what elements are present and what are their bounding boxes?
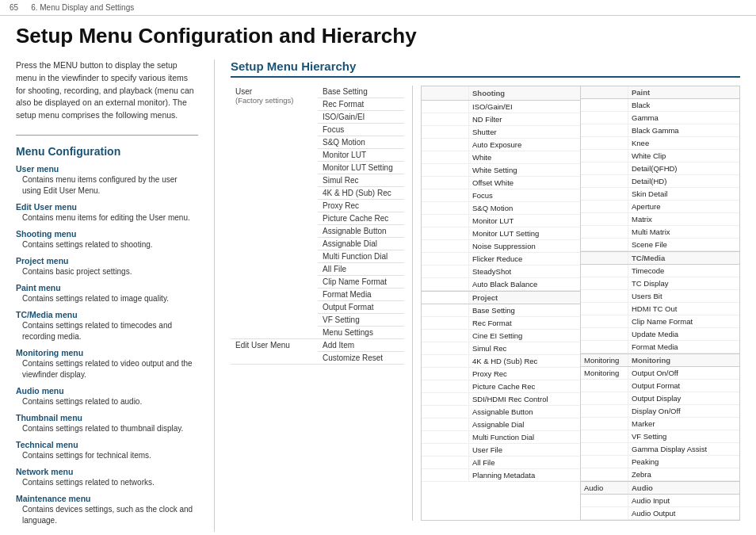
list-item: White (422, 151, 580, 164)
hierarchy-row-item: VF Setting (318, 314, 404, 327)
menu-items-list: User menuContains menu items configured … (16, 164, 198, 526)
hierarchy-row-item: All File (318, 263, 404, 276)
list-item: All File (422, 457, 580, 469)
list-item: Monitoring Output On/Off (581, 367, 739, 380)
hierarchy-row-item: Picture Cache Rec (318, 212, 404, 225)
list-item: Monitor LUT Setting (422, 227, 580, 240)
page-header: 65 6. Menu Display and Settings (0, 0, 756, 16)
list-item: Detail(HD) (581, 175, 739, 188)
list-item: Auto Exposure (422, 139, 580, 151)
list-item: 4K & HD (Sub) Rec (422, 355, 580, 368)
list-item: ISO/Gain/EI (422, 101, 580, 113)
menu-item-title: TC/Media menu (16, 310, 198, 319)
hierarchy-row-item: Proxy Rec (318, 200, 404, 212)
hierarchy-row-item: S&Q Motion (318, 136, 404, 149)
list-item: Users Bit (581, 290, 739, 303)
menu-item-title: Network menu (16, 467, 198, 476)
list-item: Timecode (581, 265, 739, 277)
menu-item-title: User menu (16, 164, 198, 174)
hierarchy-row-item: Clip Name Format (318, 276, 404, 289)
list-item: Peaking (581, 456, 739, 468)
list-item: ND Filter (422, 113, 580, 126)
list-item: Gamma Display Assist (581, 443, 739, 456)
list-item: Marker (581, 418, 739, 430)
list-item: SteadyShot (422, 266, 580, 278)
list-item: Picture Cache Rec (422, 380, 580, 393)
menu-item-desc: Contains basic project settings. (16, 266, 198, 277)
intro-text: Press the MENU button to display the set… (16, 59, 198, 122)
menu-item-title: Edit User menu (16, 202, 198, 212)
list-item: Flicker Reduce (422, 253, 580, 266)
list-item: Cine EI Setting (422, 330, 580, 342)
list-item: S&Q Motion (422, 202, 580, 215)
list-item: Monitor LUT (422, 215, 580, 227)
list-item: Format Media (581, 341, 739, 353)
list-item: Edit User MenuAdd Item (231, 339, 404, 352)
list-item: Proxy Rec (422, 368, 580, 380)
audio-header: Audio (628, 482, 739, 494)
menu-item-desc: Contains settings related to timecodes a… (16, 320, 198, 342)
menu-item-title: Audio menu (16, 386, 198, 396)
list-item: Knee (581, 137, 739, 150)
hierarchy-user-label: User (235, 87, 313, 96)
list-item: Multi Matrix (581, 226, 739, 239)
menu-item-desc: Contains menu items configured by the us… (16, 174, 198, 197)
list-item: White Clip (581, 150, 739, 162)
list-item: Zebra (581, 468, 739, 481)
hierarchy-row-item: Rec Format (318, 98, 404, 111)
hierarchy-row-item: Assignable Dial (318, 238, 404, 250)
list-item: Black Gamma (581, 124, 739, 137)
menu-item-desc: Contains settings related to audio. (16, 396, 198, 407)
hierarchy-row-item: Assignable Button (318, 225, 404, 238)
menu-item-desc: Contains settings related to shooting. (16, 239, 198, 250)
list-item: Black (581, 99, 739, 112)
list-item: Matrix (581, 213, 739, 226)
hierarchy-row-item: Multi Function Dial (318, 250, 404, 263)
hierarchy-row-item: Monitor LUT (318, 149, 404, 162)
list-item: Auto Black Balance (422, 278, 580, 291)
list-item: Noise Suppression (422, 240, 580, 253)
list-item: Display On/Off (581, 405, 739, 418)
list-item: Aperture (581, 201, 739, 213)
hierarchy-title: Setup Menu Hierarchy (231, 59, 740, 78)
list-item: TC Display (581, 277, 739, 290)
list-item: White Setting (422, 164, 580, 177)
monitoring-cat: Monitoring (581, 354, 628, 366)
list-item: Shutter (422, 126, 580, 139)
list-item: Base Setting (422, 304, 580, 317)
list-item: Skin Detail (581, 188, 739, 201)
hierarchy-row-item: Focus (318, 124, 404, 136)
hierarchy-row-item: Monitor LUT Setting (318, 162, 404, 174)
menu-item-desc: Contains devices settings, such as the c… (16, 504, 198, 526)
menu-item-title: Project menu (16, 256, 198, 266)
list-item: SDI/HDMI Rec Control (422, 393, 580, 406)
list-item: Gamma (581, 112, 739, 124)
list-item: User File (422, 444, 580, 457)
paint-header: Paint (628, 86, 739, 98)
shooting-header: Shooting (469, 86, 580, 100)
list-item: Scene File (581, 239, 739, 251)
menu-item-title: Thumbnail menu (16, 413, 198, 422)
menu-item-desc: Contains settings related to networks. (16, 477, 198, 488)
shooting-project-col: Shooting ISO/Gain/EI ND Filter Shutter A… (422, 86, 581, 520)
shooting-cat-header (422, 86, 469, 100)
hierarchy-row-item: Base Setting (318, 86, 404, 98)
tc-media-header: TC/Media (628, 252, 739, 264)
menu-item-title: Monitoring menu (16, 348, 198, 357)
list-item: Audio Output (581, 507, 739, 520)
project-header: Project (469, 292, 580, 304)
list-item: Planning Metadata (422, 469, 580, 482)
divider (16, 135, 198, 136)
menu-item-desc: Contains menu items for editing the User… (16, 212, 198, 224)
list-item: Offset White (422, 177, 580, 189)
breadcrumb: 6. Menu Display and Settings (31, 3, 134, 12)
menu-item-title: Maintenance menu (16, 494, 198, 503)
list-item: Focus (422, 189, 580, 202)
hierarchy-row-item: Menu Settings (318, 327, 404, 339)
list-item: Output Display (581, 392, 739, 405)
hierarchy-row-item: ISO/Gain/EI (318, 111, 404, 124)
list-item: Clip Name Format (581, 315, 739, 328)
monitoring-header: Monitoring (628, 354, 739, 366)
hierarchy-table: User (Factory settings) Base SettingRec … (231, 86, 404, 365)
list-item: Multi Function Dial (422, 431, 580, 444)
